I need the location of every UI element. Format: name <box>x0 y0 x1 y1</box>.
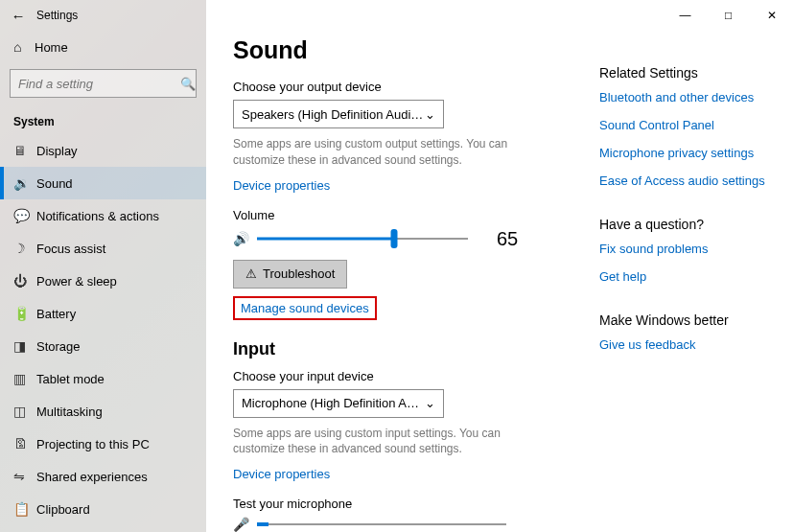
sidebar-item-shared-experiences[interactable]: ⇋ Shared experiences <box>0 460 206 493</box>
window-title: Settings <box>36 9 78 22</box>
sidebar: ⌂ Home 🔍 System 🖥 Display 🔉 Sound 💬 Noti… <box>0 31 206 525</box>
chevron-down-icon: ⌄ <box>425 107 435 122</box>
link-get-help[interactable]: Get help <box>599 269 774 284</box>
sidebar-item-label: Focus assist <box>36 242 105 256</box>
display-icon: 🖥 <box>13 143 36 158</box>
main-panel: Sound Choose your output device Speakers… <box>206 31 571 532</box>
output-device-label: Choose your output device <box>233 80 571 94</box>
sound-icon: 🔉 <box>13 175 36 191</box>
maximize-button[interactable]: □ <box>707 0 750 31</box>
link-feedback[interactable]: Give us feedback <box>599 337 774 352</box>
storage-icon: ◨ <box>13 338 36 354</box>
sidebar-item-sound[interactable]: 🔉 Sound <box>0 167 206 199</box>
battery-icon: 🔋 <box>13 306 36 321</box>
sidebar-item-notifications[interactable]: 💬 Notifications & actions <box>0 199 206 232</box>
slider-thumb[interactable] <box>391 229 398 248</box>
minimize-button[interactable]: — <box>664 0 707 31</box>
sidebar-item-display[interactable]: 🖥 Display <box>0 134 206 167</box>
multi-icon: ◫ <box>13 404 36 419</box>
sidebar-item-projecting[interactable]: 🖻 Projecting to this PC <box>0 428 206 460</box>
project-icon: 🖻 <box>13 436 36 451</box>
notify-icon: 💬 <box>13 208 36 223</box>
volume-label: Volume <box>233 208 571 222</box>
related-settings-head: Related Settings <box>599 65 774 81</box>
link-sound-control-panel[interactable]: Sound Control Panel <box>599 118 774 132</box>
tablet-icon: ▥ <box>13 371 36 386</box>
input-device-selected: Microphone (High Definition Audi... <box>242 396 425 410</box>
focus-icon: ☽ <box>13 241 36 256</box>
sidebar-item-label: Tablet mode <box>36 372 105 386</box>
warning-icon: ⚠ <box>245 266 257 281</box>
page-title: Sound <box>233 36 571 64</box>
search-input[interactable] <box>18 77 180 91</box>
volume-icon[interactable]: 🔊 <box>233 231 249 246</box>
mic-level-fill <box>257 522 268 526</box>
manage-output-devices-link[interactable]: Manage sound devices <box>233 296 377 320</box>
sidebar-item-focus-assist[interactable]: ☽ Focus assist <box>0 232 206 265</box>
output-device-selected: Speakers (High Definition Audio D... <box>242 107 425 122</box>
input-device-label: Choose your input device <box>233 369 571 383</box>
right-panel: Related Settings Bluetooth and other dev… <box>571 31 793 532</box>
sidebar-item-storage[interactable]: ◨ Storage <box>0 330 206 362</box>
sidebar-item-multitasking[interactable]: ◫ Multitasking <box>0 395 206 428</box>
sidebar-item-label: Shared experiences <box>36 470 148 484</box>
sidebar-item-label: Display <box>36 144 78 158</box>
power-icon: ⏻ <box>13 273 36 289</box>
sidebar-item-label: Notifications & actions <box>36 209 159 223</box>
volume-slider[interactable] <box>257 229 468 248</box>
search-box[interactable]: 🔍 <box>10 69 197 98</box>
input-note: Some apps are using custom input setting… <box>233 426 540 458</box>
input-device-dropdown[interactable]: Microphone (High Definition Audi... ⌄ <box>233 389 444 418</box>
input-heading: Input <box>233 339 571 359</box>
sidebar-item-label: Clipboard <box>36 502 90 517</box>
sidebar-item-label: Projecting to this PC <box>36 437 150 451</box>
sidebar-item-clipboard[interactable]: 📋 Clipboard <box>0 493 206 525</box>
input-device-properties-link[interactable]: Device properties <box>233 467 330 481</box>
button-label: Troubleshoot <box>263 266 335 281</box>
volume-value: 65 <box>497 228 518 250</box>
better-head: Make Windows better <box>599 312 774 328</box>
link-bluetooth[interactable]: Bluetooth and other devices <box>599 90 774 104</box>
back-button[interactable]: ← <box>0 0 36 31</box>
home-icon: ⌂ <box>13 39 35 55</box>
sidebar-item-tablet-mode[interactable]: ▥ Tablet mode <box>0 362 206 395</box>
sidebar-item-power-sleep[interactable]: ⏻ Power & sleep <box>0 265 206 297</box>
home-label: Home <box>35 40 68 55</box>
link-ease-of-access-audio[interactable]: Ease of Access audio settings <box>599 173 774 188</box>
mic-level-bar <box>257 523 506 525</box>
output-troubleshoot-button[interactable]: ⚠ Troubleshoot <box>233 260 347 289</box>
close-button[interactable]: ✕ <box>750 0 793 31</box>
clipboard-icon: 📋 <box>13 501 36 517</box>
mic-test-label: Test your microphone <box>233 497 571 511</box>
sidebar-group: System <box>0 107 206 134</box>
output-note: Some apps are using custom output settin… <box>233 136 540 169</box>
sidebar-item-label: Multitasking <box>36 405 103 419</box>
search-icon: 🔍 <box>180 77 196 91</box>
chevron-down-icon: ⌄ <box>425 396 435 410</box>
sidebar-item-label: Sound <box>36 176 73 191</box>
output-device-properties-link[interactable]: Device properties <box>233 178 330 193</box>
sidebar-item-battery[interactable]: 🔋 Battery <box>0 297 206 330</box>
link-mic-privacy[interactable]: Microphone privacy settings <box>599 146 774 160</box>
link-fix-sound[interactable]: Fix sound problems <box>599 242 774 256</box>
sidebar-item-label: Battery <box>36 307 76 321</box>
sidebar-item-label: Storage <box>36 339 81 354</box>
microphone-icon: 🎤 <box>233 517 249 532</box>
slider-fill <box>257 238 394 241</box>
shared-icon: ⇋ <box>13 469 36 484</box>
sidebar-item-label: Power & sleep <box>36 274 117 289</box>
output-device-dropdown[interactable]: Speakers (High Definition Audio D... ⌄ <box>233 100 444 128</box>
question-head: Have a question? <box>599 217 774 232</box>
home-nav[interactable]: ⌂ Home <box>0 31 206 63</box>
